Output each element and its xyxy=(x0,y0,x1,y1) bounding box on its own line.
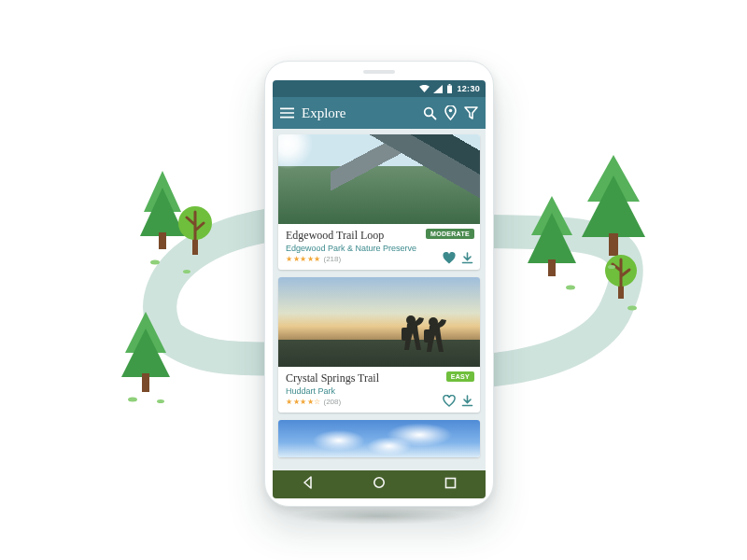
svg-rect-18 xyxy=(618,282,624,299)
filter-icon[interactable] xyxy=(464,106,478,120)
svg-marker-0 xyxy=(144,171,181,212)
svg-point-20 xyxy=(566,286,575,290)
difficulty-badge: MODERATE xyxy=(426,229,474,239)
svg-point-32 xyxy=(374,478,384,487)
review-count: (208) xyxy=(324,398,342,406)
status-bar: 12:30 xyxy=(273,80,486,97)
svg-rect-33 xyxy=(445,479,455,488)
page-title: Explore xyxy=(302,105,423,121)
svg-point-27 xyxy=(449,109,453,113)
svg-point-21 xyxy=(627,306,637,311)
svg-point-22 xyxy=(608,265,615,269)
download-icon[interactable] xyxy=(460,251,474,265)
svg-rect-9 xyxy=(142,373,149,392)
svg-marker-13 xyxy=(582,175,645,237)
svg-rect-2 xyxy=(159,232,166,249)
difficulty-badge: EASY xyxy=(446,371,474,382)
trail-card[interactable]: Crystal Springs Trail Huddart Park ★★★★☆… xyxy=(278,277,480,413)
trail-image xyxy=(278,134,480,224)
svg-marker-16 xyxy=(528,213,576,263)
svg-rect-24 xyxy=(449,84,451,86)
svg-point-11 xyxy=(157,399,164,403)
trail-list[interactable]: Edgewood Trail Loop Edgewood Park & Natu… xyxy=(273,129,486,470)
location-icon[interactable] xyxy=(444,106,458,120)
phone-screen: 12:30 Explore xyxy=(273,80,486,498)
hikers-silhouette xyxy=(390,307,456,367)
favorite-icon[interactable] xyxy=(442,394,456,408)
battery-icon xyxy=(446,84,453,93)
svg-marker-12 xyxy=(587,155,640,202)
svg-marker-15 xyxy=(531,196,572,235)
svg-point-6 xyxy=(183,270,190,273)
svg-point-5 xyxy=(150,260,160,265)
wifi-icon xyxy=(419,85,430,93)
svg-marker-8 xyxy=(121,329,170,377)
trail-card[interactable] xyxy=(278,420,480,457)
svg-rect-17 xyxy=(548,259,556,276)
svg-point-19 xyxy=(605,255,637,287)
svg-rect-31 xyxy=(424,329,431,343)
svg-line-26 xyxy=(431,115,435,119)
svg-marker-1 xyxy=(140,188,185,236)
review-count: (218) xyxy=(324,255,342,263)
trail-image xyxy=(278,277,480,367)
download-icon[interactable] xyxy=(460,394,474,408)
back-icon[interactable] xyxy=(302,476,315,493)
menu-icon[interactable] xyxy=(280,106,294,120)
recents-icon[interactable] xyxy=(444,476,457,493)
search-icon[interactable] xyxy=(423,106,437,120)
phone-frame: 12:30 Explore xyxy=(264,61,494,507)
home-icon[interactable] xyxy=(373,476,386,493)
android-nav-bar xyxy=(273,470,486,498)
signal-icon xyxy=(433,85,443,93)
phone-shadow xyxy=(289,508,467,525)
stars-icon: ★★★★☆ xyxy=(286,398,321,406)
svg-rect-29 xyxy=(402,328,409,341)
phone-speaker xyxy=(363,70,395,74)
svg-rect-3 xyxy=(192,236,198,255)
trail-image xyxy=(278,420,480,457)
favorite-icon[interactable] xyxy=(442,251,456,265)
stars-icon: ★★★★★ xyxy=(286,255,321,263)
svg-marker-7 xyxy=(125,312,166,353)
status-time: 12:30 xyxy=(457,84,480,93)
svg-rect-23 xyxy=(447,86,452,94)
trail-title: Crystal Springs Trail xyxy=(286,371,472,385)
svg-point-10 xyxy=(128,398,137,402)
trail-card[interactable]: Edgewood Trail Loop Edgewood Park & Natu… xyxy=(278,134,480,270)
svg-point-4 xyxy=(178,206,212,240)
svg-rect-14 xyxy=(609,233,618,256)
app-bar: Explore xyxy=(273,97,486,129)
